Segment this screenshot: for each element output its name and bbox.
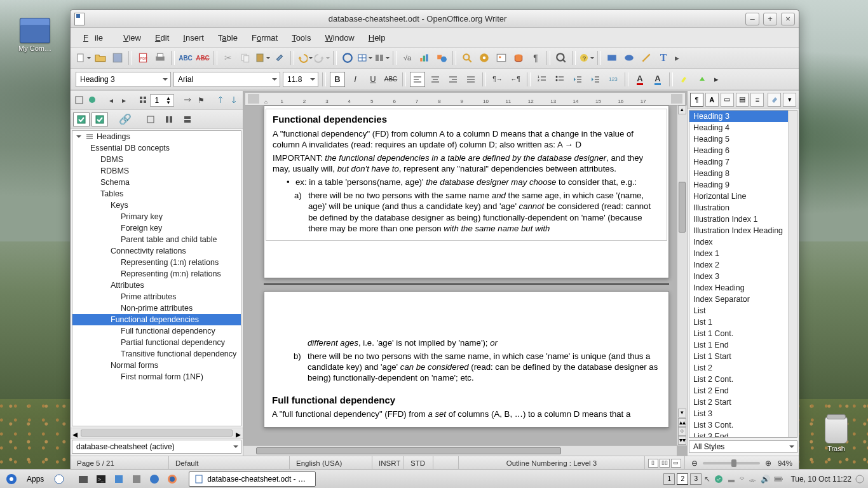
doc-vscrollbar[interactable]: ▴ ▾ ▴▴ ○ ▾▾ — [677, 105, 687, 445]
style-item[interactable]: List 1 Cont. — [689, 328, 797, 339]
nav-tree-item[interactable]: Schema — [72, 177, 241, 188]
toolbar-overflow[interactable]: ▸ — [673, 50, 681, 65]
style-item[interactable]: List 1 — [689, 316, 797, 328]
nav-prev-button[interactable]: ◂ — [105, 93, 117, 107]
style-item[interactable]: List 2 End — [689, 385, 797, 396]
workspace-switcher-3[interactable]: 3 — [690, 473, 702, 485]
tray-clock[interactable]: Tue, 10 Oct 11:22 — [790, 475, 851, 484]
nav-tree-item[interactable]: Representing (m:n) relations — [72, 268, 241, 280]
nav-toggle-button[interactable] — [73, 93, 85, 107]
launcher-settings[interactable] — [129, 471, 144, 487]
status-outline[interactable]: Outline Numbering : Level 3 — [459, 456, 645, 470]
status-insert[interactable]: INSRT — [372, 456, 404, 470]
close-button[interactable]: × — [781, 13, 795, 25]
strike-button[interactable]: ABC — [383, 72, 398, 87]
rtl-button[interactable]: ←¶ — [508, 72, 523, 87]
menu-table[interactable]: Table — [212, 30, 244, 45]
doc-hscrollbar[interactable] — [243, 445, 677, 456]
launcher-firefox[interactable] — [165, 471, 180, 487]
style-item[interactable]: List 3 Cont. — [689, 419, 797, 431]
style-item[interactable]: List 1 Start — [689, 351, 797, 362]
chart-button[interactable] — [417, 50, 432, 65]
style-item[interactable]: List 2 Start — [689, 396, 797, 408]
nav-tree-item[interactable]: Essential DB concepts — [72, 142, 241, 154]
menu-tools[interactable]: Tools — [285, 30, 317, 45]
highlight-button[interactable]: A — [650, 72, 665, 87]
font-color-button[interactable]: A — [632, 72, 648, 87]
nav-doc-select[interactable]: database-cheatsheet (active) — [72, 440, 241, 454]
new-style-button[interactable]: ▾ — [783, 93, 796, 107]
line-button[interactable] — [639, 50, 654, 65]
menu-help[interactable]: Help — [362, 30, 392, 45]
frame-styles-tab[interactable]: ▭ — [721, 93, 734, 107]
page-styles-tab[interactable]: ▤ — [736, 93, 749, 107]
style-item[interactable]: Illustration — [689, 202, 797, 214]
undo-button[interactable] — [297, 50, 313, 65]
nav-content2-button[interactable] — [92, 112, 108, 126]
text-body[interactable]: different ages, i.e. 'age' is not implie… — [266, 334, 667, 426]
style-item[interactable]: Heading 9 — [689, 179, 797, 191]
align-left-button[interactable] — [410, 72, 425, 87]
nav-tree-item[interactable]: Partial functional dependency — [72, 337, 241, 348]
tray-session-icon[interactable] — [855, 475, 864, 484]
nav-tree-item[interactable]: Normal forms — [72, 360, 241, 371]
style-item[interactable]: Index — [689, 236, 797, 248]
style-item[interactable]: Index Separator — [689, 294, 797, 305]
nav-tree-item[interactable]: Connectivity relations — [72, 245, 241, 257]
style-item[interactable]: Illustration Index Heading — [689, 225, 797, 236]
zoom-button[interactable] — [553, 50, 569, 65]
nav-tree-item[interactable]: Attributes — [72, 280, 241, 291]
underline-button[interactable]: U — [365, 72, 381, 87]
help-button[interactable]: ? — [579, 50, 594, 65]
export-pdf-button[interactable]: PDF — [135, 50, 151, 65]
style-item[interactable]: List 2 Cont. — [689, 374, 797, 385]
nav-content-button[interactable] — [73, 112, 90, 126]
font-name-combo[interactable]: Arial — [173, 72, 280, 87]
bold-button[interactable]: B — [330, 72, 345, 87]
tray-wifi-icon[interactable] — [748, 475, 757, 484]
style-item[interactable]: Illustration Index 1 — [689, 214, 797, 225]
line-numbering-button[interactable]: 123 — [606, 72, 621, 87]
style-item[interactable]: Index 2 — [689, 259, 797, 271]
start-button[interactable] — [4, 471, 19, 487]
table-button[interactable] — [357, 50, 372, 65]
nav-reminder-button[interactable]: ⚑ — [195, 93, 207, 107]
nav-hscroll[interactable]: ◂▸ — [71, 428, 243, 438]
tray-bluetooth-icon[interactable]: ⌔ — [740, 475, 744, 484]
nav-root-headings[interactable]: Headings — [72, 131, 241, 142]
menu-format[interactable]: Format — [245, 30, 284, 45]
nav-tree-item[interactable]: Tables — [72, 188, 241, 200]
document-viewport[interactable]: Functional dependencies A "functional de… — [243, 105, 687, 456]
nav-tree-item[interactable]: Representing (1:n) relations — [72, 257, 241, 268]
nav-circle-button[interactable] — [86, 93, 98, 107]
zoom-in-button[interactable]: ⊕ — [765, 459, 771, 468]
view-multi-button[interactable]: ▯▯ — [660, 459, 670, 468]
nav-mode1-button[interactable] — [142, 112, 159, 126]
nav-next-button[interactable]: ▸ — [118, 93, 130, 107]
outdent-button[interactable] — [570, 72, 585, 87]
data-sources-button[interactable] — [511, 50, 526, 65]
zoom-out-button[interactable]: ⊖ — [691, 459, 698, 468]
nav-link-button[interactable]: 🔗 — [117, 112, 133, 126]
save-button[interactable] — [110, 50, 125, 65]
desktop-icon-trash[interactable]: Trash — [817, 417, 855, 452]
desktop-icon-mycomputer[interactable]: My Com… — [13, 18, 57, 52]
nav-tree-item[interactable]: DBMS — [72, 154, 241, 165]
nav-mode2-button[interactable] — [161, 112, 177, 126]
styles-filter-combo[interactable]: All Styles — [689, 440, 797, 453]
view-book-button[interactable]: ▭ — [671, 459, 681, 468]
find-button[interactable] — [459, 50, 475, 65]
paragraph-style-combo[interactable]: Heading 3 — [76, 72, 171, 87]
style-item[interactable]: Index Heading — [689, 282, 797, 294]
style-item[interactable]: List 1 End — [689, 339, 797, 351]
tray-network-icon[interactable] — [727, 475, 736, 484]
maximize-button[interactable]: + — [763, 13, 777, 25]
align-justify-button[interactable] — [463, 72, 478, 87]
menu-view[interactable]: View — [117, 30, 147, 45]
menu-window[interactable]: Window — [319, 30, 361, 45]
styles-list[interactable]: Heading 3Heading 4Heading 5Heading 6Head… — [689, 110, 797, 438]
nav-tree-item[interactable]: Non-prime attributes — [72, 302, 241, 314]
style-item[interactable]: Heading 5 — [689, 133, 797, 145]
formula-button[interactable]: √a — [400, 50, 415, 65]
nav-tree-item[interactable]: Full functional dependency — [72, 325, 241, 337]
